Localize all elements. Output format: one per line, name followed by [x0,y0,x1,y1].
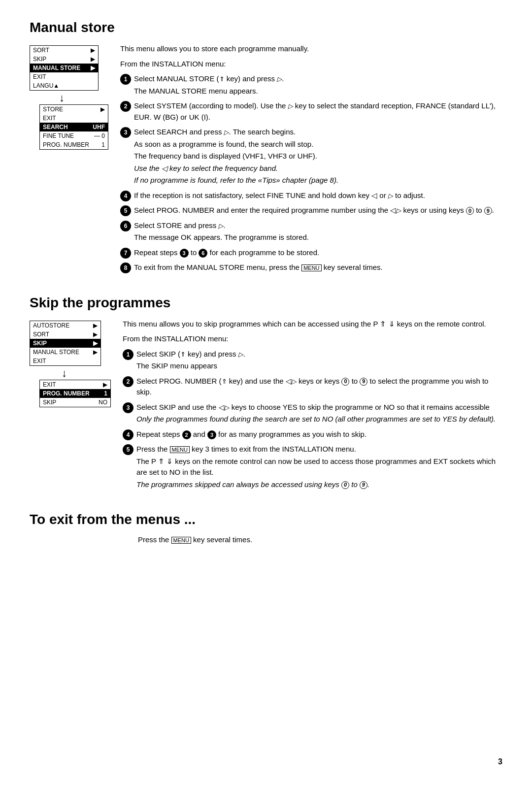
step-num-8: 8 [120,262,131,273]
manual-store-step-3: 3 Select SEARCH and press ▷. The search … [120,127,502,187]
menu-item-manual-store: MANUAL STORE ▶ [30,64,98,72]
step-text-7: Repeat steps 3 to 6 for each programme t… [134,247,502,260]
sub-menu-item-fine-tune: FINE TUNE — 0 [40,131,108,140]
menu-key-badge: MENU [301,264,321,271]
skip-top-menu: AUTOSTORE ▶ SORT ▶ SKIP ▶ MANUAL STORE ▶… [30,321,101,366]
skip-menu-illustration: AUTOSTORE ▶ SORT ▶ SKIP ▶ MANUAL STORE ▶… [30,321,111,407]
skip-step-num-5: 5 [123,444,133,455]
menu-item-exit: EXIT [30,72,98,81]
manual-store-step-6: 6 Select STORE and press ▷. The message … [120,220,502,244]
skip-menu-manual-store: MANUAL STORE ▶ [30,348,100,357]
step-text-5: Select PROG. NUMBER and enter the requir… [134,205,502,217]
manual-store-top-menu: SORT ▶ SKIP ▶ MANUAL STORE ▶ EXIT LANGU▲ [30,45,99,91]
skip-step-num-1: 1 [123,349,133,360]
menu-down-arrow: ↓ [59,92,65,104]
manual-store-instructions: This menu allows you to store each progr… [120,43,502,277]
manual-store-step-2: 2 Select SYSTEM (according to model). Us… [120,100,502,124]
manual-store-section: Manual store SORT ▶ SKIP ▶ MANUAL STORE … [30,20,502,277]
step-num-1: 1 [120,74,131,85]
skip-menu-sort: SORT ▶ [30,330,100,339]
page-number: 3 [498,757,502,766]
skip-step-3: 3 Select SKIP and use the ◁▷ keys to cho… [123,402,502,426]
step-text-8: To exit from the MANUAL STORE menu, pres… [134,262,502,274]
step-num-4: 4 [120,191,131,201]
manual-store-menu-illustration: SORT ▶ SKIP ▶ MANUAL STORE ▶ EXIT LANGU▲… [30,45,108,150]
skip-step-num-3: 3 [123,402,133,413]
skip-step-1: 1 Select SKIP (⇑ key) and press ▷. The S… [123,349,502,373]
step-num-2: 2 [120,101,131,112]
skip-step-text-3: Select SKIP and use the ◁▷ keys to choos… [136,402,502,426]
skip-sub-prog-number: PROG. NUMBER 1 [40,389,110,398]
skip-step-2: 2 Select PROG. NUMBER (⇑ key) and use th… [123,376,502,399]
menu-item-skip: SKIP ▶ [30,55,98,64]
manual-store-title: Manual store [30,20,502,35]
menu-item-language: LANGU▲ [30,81,98,90]
manual-store-intro-1: This menu allows you to store each progr… [120,43,502,55]
exit-menus-text: Press the MENU key several times. [138,535,502,544]
sub-menu-item-search: SEARCH UHF [40,123,108,131]
skip-sub-menu: EXIT ▶ PROG. NUMBER 1 SKIP NO [39,380,111,407]
sub-menu-item-store: STORE ▶ [40,105,108,114]
manual-store-step-7: 7 Repeat steps 3 to 6 for each programme… [120,247,502,260]
skip-menu-autostore: AUTOSTORE ▶ [30,321,100,330]
skip-intro-1: This menu allows you to skip programmes … [123,319,502,330]
step-num-5: 5 [120,205,131,216]
step-text-1: Select MANUAL STORE (⇑ key) and press ▷.… [134,73,502,98]
exit-menus-section: To exit from the menus ... Press the MEN… [30,512,502,544]
menu-item-sort: SORT ▶ [30,46,98,55]
skip-sub-skip: SKIP NO [40,398,110,407]
skip-instructions: This menu allows you to skip programmes … [123,319,502,494]
skip-step-4: 4 Repeat steps 2 and 3 for as many progr… [123,429,502,441]
menu-key-skip: MENU [170,446,190,453]
skip-step-5: 5 Press the MENU key 3 times to exit fro… [123,444,502,491]
skip-step-num-4: 4 [123,429,133,440]
step-num-6: 6 [120,221,131,231]
skip-down-arrow: ↓ [62,367,67,380]
step-text-6: Select STORE and press ▷. The message OK… [134,220,502,244]
skip-step-text-1: Select SKIP (⇑ key) and press ▷. The SKI… [136,349,502,373]
exit-menus-title: To exit from the menus ... [30,512,502,527]
step-num-7: 7 [120,248,131,259]
manual-store-step-5: 5 Select PROG. NUMBER and enter the requ… [120,205,502,217]
sub-menu-item-exit: EXIT [40,114,108,123]
skip-step-num-2: 2 [123,376,133,387]
sub-menu-item-prog-number: PROG. NUMBER 1 [40,140,108,149]
skip-menu-skip: SKIP ▶ [30,339,100,348]
skip-intro-2: From the INSTALLATION menu: [123,333,502,345]
manual-store-step-8: 8 To exit from the MANUAL STORE menu, pr… [120,262,502,274]
skip-sub-exit: EXIT ▶ [40,380,110,389]
skip-programmes-title: Skip the programmes [30,295,502,311]
skip-step-text-5: Press the MENU key 3 times to exit from … [136,444,502,491]
manual-store-step-1: 1 Select MANUAL STORE (⇑ key) and press … [120,73,502,98]
step-text-4: If the reception is not satisfactory, se… [134,190,502,202]
skip-step-text-4: Repeat steps 2 and 3 for as many program… [136,429,502,441]
step-text-3: Select SEARCH and press ▷. The search be… [134,127,502,187]
skip-step-text-2: Select PROG. NUMBER (⇑ key) and use the … [136,376,502,399]
menu-key-exit: MENU [171,537,191,544]
step-text-2: Select SYSTEM (according to model). Use … [134,100,502,124]
step-num-3: 3 [120,127,131,138]
manual-store-sub-menu: STORE ▶ EXIT SEARCH UHF FINE TUNE — 0 PR… [39,104,108,150]
manual-store-step-4: 4 If the reception is not satisfactory, … [120,190,502,202]
skip-menu-exit: EXIT [30,357,100,365]
manual-store-intro-2: From the INSTALLATION menu: [120,59,502,70]
skip-programmes-section: Skip the programmes AUTOSTORE ▶ SORT ▶ S… [30,295,502,494]
